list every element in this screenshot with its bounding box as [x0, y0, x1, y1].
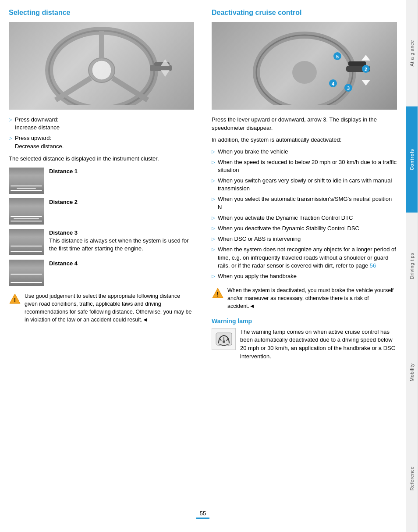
warning-lamp-content: The warning lamp comes on when active cr… [212, 328, 397, 361]
svg-point-16 [292, 61, 317, 84]
right-bullet-2: ▷ When the speed is reduced to below 20 … [212, 158, 397, 174]
svg-marker-11 [161, 70, 170, 77]
distance-item-2: Distance 2 [9, 198, 194, 225]
svg-text:4: 4 [331, 81, 334, 86]
left-section-title: Selecting distance [9, 9, 194, 17]
right-bullet-8: ▷ When the system does not recognize any… [212, 246, 397, 270]
svg-rect-18 [348, 61, 366, 66]
right-bullet-7: ▷ When DSC or ABS is intervening [212, 235, 397, 243]
intro-text: The selected distance is displayed in th… [9, 155, 194, 163]
right-intro-text-2: In addition, the system is automatically… [212, 136, 397, 144]
warning-triangle-icon: ! [9, 293, 21, 305]
bullet-arrow-1: ▷ [9, 117, 12, 123]
right-intro-text-1: Press the lever upward or downward, arro… [212, 116, 397, 132]
main-content: Selecting distance [0, 0, 406, 532]
svg-marker-27 [361, 55, 370, 61]
left-warning-box: ! Use good judgement to select the appro… [9, 292, 194, 324]
distance-thumb-1 [9, 168, 44, 194]
distance-4-label: Distance 4 [49, 260, 78, 268]
distance-1-label: Distance 1 [49, 168, 78, 175]
page-number: 55 [200, 510, 206, 517]
sidebar-tab-mobility[interactable]: Mobility [406, 319, 418, 426]
right-sidebar: At a glance Controls Driving tips Mobili… [406, 0, 418, 532]
distance-3-label: Distance 3 This distance is always set w… [49, 229, 194, 253]
page-link-56[interactable]: 56 [370, 262, 376, 269]
svg-point-35 [223, 340, 225, 343]
right-bullet-6: ▷ When you deactivate the Dynamic Stabil… [212, 225, 397, 232]
right-warning-text: When the system is deactivated, you must… [227, 286, 397, 310]
svg-text:!: ! [217, 291, 219, 298]
distance-thumb-2 [9, 198, 44, 225]
left-column: Selecting distance [9, 9, 198, 501]
two-column-layout: Selecting distance [9, 9, 397, 501]
bullet-arrow-2: ▷ [9, 135, 12, 141]
right-bullets: ▷ When you brake the vehicle ▷ When the … [212, 148, 397, 281]
lever-image: 5 2 3 4 [212, 22, 397, 110]
sidebar-tab-controls[interactable]: Controls [406, 107, 418, 213]
right-warning-box: ! When the system is deactivated, you mu… [212, 286, 397, 310]
distance-thumb-3 [9, 229, 44, 255]
warning-lamp-icon [212, 328, 236, 350]
svg-line-7 [113, 78, 148, 100]
svg-marker-28 [361, 80, 370, 86]
sidebar-tab-driving-tips[interactable]: Driving tips [406, 213, 418, 319]
right-bullet-3: ▷ When you switch gears very slowly or s… [212, 177, 397, 193]
warning-triangle-icon-2: ! [212, 287, 224, 300]
svg-line-6 [56, 78, 91, 100]
svg-rect-8 [150, 65, 172, 71]
right-bullet-1: ▷ When you brake the vehicle [212, 148, 397, 156]
right-bullet-5: ▷ When you activate the Dynamic Traction… [212, 214, 397, 222]
right-bullet-9: ▷ When you apply the handbrake [212, 272, 397, 280]
warning-lamp-text: The warning lamp comes on when active cr… [240, 328, 397, 361]
svg-point-4 [92, 61, 111, 80]
svg-text:5: 5 [336, 54, 338, 59]
sidebar-tab-reference[interactable]: Reference [406, 425, 418, 532]
warning-lamp-title: Warning lamp [212, 318, 397, 325]
distance-item-4: Distance 4 [9, 260, 194, 286]
svg-text:!: ! [14, 296, 16, 303]
right-bullet-4: ▷ When you select the automatic transmis… [212, 195, 397, 211]
distance-2-label: Distance 2 [49, 198, 78, 206]
bullet-2-text: Press upward: Decrease distance. [15, 134, 64, 150]
page-number-bar: 55 [9, 506, 397, 523]
distance-item-3: Distance 3 This distance is always set w… [9, 229, 194, 255]
distance-items: Distance 1 Distance 2 [9, 168, 194, 286]
steering-wheel-image [9, 22, 194, 110]
right-section-title: Deactivating cruise control [212, 9, 397, 17]
distance-item-1: Distance 1 [9, 168, 194, 194]
sidebar-tab-at-a-glance[interactable]: At a glance [406, 0, 418, 107]
warning-lamp-section: Warning lamp [212, 318, 397, 361]
right-column: Deactivating cruise control 5 2 [207, 9, 397, 501]
bullet-1-text: Press downward: Increase distance [15, 116, 60, 132]
svg-text:3: 3 [347, 86, 349, 91]
left-warning-text: Use good judgement to select the appropr… [25, 292, 194, 324]
distance-thumb-4 [9, 260, 44, 286]
left-bullets: ▷ Press downward: Increase distance ▷ Pr… [9, 116, 194, 150]
svg-text:2: 2 [364, 67, 367, 72]
